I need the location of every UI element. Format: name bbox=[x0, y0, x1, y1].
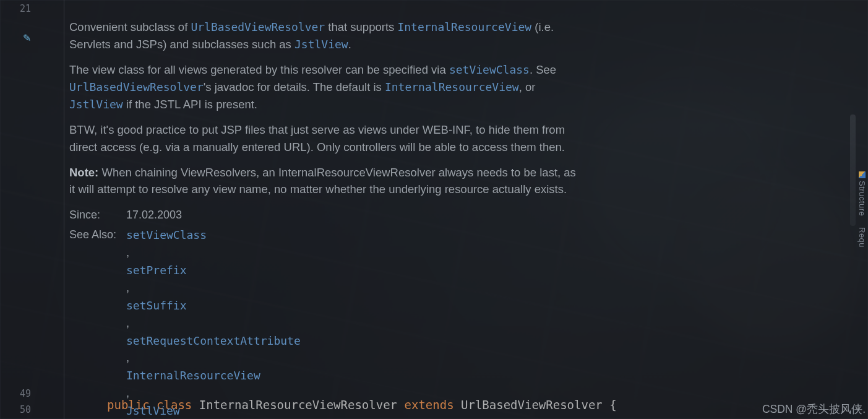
structure-tool-tab[interactable]: Structure bbox=[857, 171, 867, 216]
watermark-text: CSDN @秃头披风侠. bbox=[762, 402, 866, 417]
javadoc-tags: Since: 17.02.2003 See Also: setViewClass… bbox=[69, 207, 301, 419]
javadoc-paragraph: Note: When chaining ViewResolvers, an In… bbox=[69, 164, 583, 198]
type-link-UrlBasedViewResolver[interactable]: UrlBasedViewResolver bbox=[191, 20, 325, 33]
javadoc-paragraph: BTW, it's good practice to put JSP files… bbox=[69, 121, 583, 155]
note-label: Note: bbox=[69, 166, 98, 179]
method-link-setViewClass[interactable]: setViewClass bbox=[449, 63, 530, 76]
editor-gutter: 21 ✎ bbox=[0, 0, 37, 419]
line-number[interactable]: 50 bbox=[20, 402, 37, 418]
javadoc-popup[interactable]: Convenient subclass of UrlBasedViewResol… bbox=[69, 19, 583, 419]
brace-open: { bbox=[609, 398, 616, 412]
structure-icon bbox=[859, 171, 866, 178]
seealso-link[interactable]: setSuffix bbox=[126, 299, 187, 312]
right-tool-sidebar: Structure Requ bbox=[856, 0, 868, 419]
javadoc-paragraph: The view class for all views generated b… bbox=[69, 61, 583, 113]
type-link-InternalResourceView[interactable]: InternalResourceView bbox=[397, 20, 531, 33]
seealso-link[interactable]: setPrefix bbox=[126, 264, 187, 277]
edit-icon[interactable]: ✎ bbox=[23, 31, 37, 46]
seealso-label: See Also: bbox=[69, 227, 126, 419]
type-link-UrlBasedViewResolver[interactable]: UrlBasedViewResolver bbox=[69, 80, 204, 93]
since-value: 17.02.2003 bbox=[126, 207, 301, 227]
code-editor: 21 ✎ 49 50 Convenient subclass of UrlBas… bbox=[0, 0, 868, 419]
type-link-InternalResourceView[interactable]: InternalResourceView bbox=[385, 80, 519, 93]
type-link-JstlView[interactable]: JstlView bbox=[69, 98, 123, 111]
scrollbar-track-marker[interactable] bbox=[850, 114, 856, 226]
since-label: Since: bbox=[69, 207, 126, 227]
line-numbers-bottom: 49 50 bbox=[0, 386, 37, 419]
editor-content[interactable]: Convenient subclass of UrlBasedViewResol… bbox=[37, 0, 868, 419]
seealso-link[interactable]: JstlView bbox=[126, 404, 180, 417]
seealso-link[interactable]: setRequestContextAttribute bbox=[126, 334, 301, 347]
requests-tool-tab[interactable]: Requ bbox=[857, 227, 867, 248]
line-number[interactable]: 49 bbox=[20, 386, 37, 402]
seealso-link[interactable]: InternalResourceView bbox=[126, 369, 260, 382]
type-link-JstlView[interactable]: JstlView bbox=[294, 38, 348, 51]
seealso-list: setViewClass, setPrefix, setSuffix, setR… bbox=[126, 227, 301, 419]
seealso-link[interactable]: setViewClass bbox=[126, 228, 207, 241]
line-number[interactable]: 21 bbox=[20, 1, 37, 16]
javadoc-paragraph: Convenient subclass of UrlBasedViewResol… bbox=[69, 19, 583, 53]
